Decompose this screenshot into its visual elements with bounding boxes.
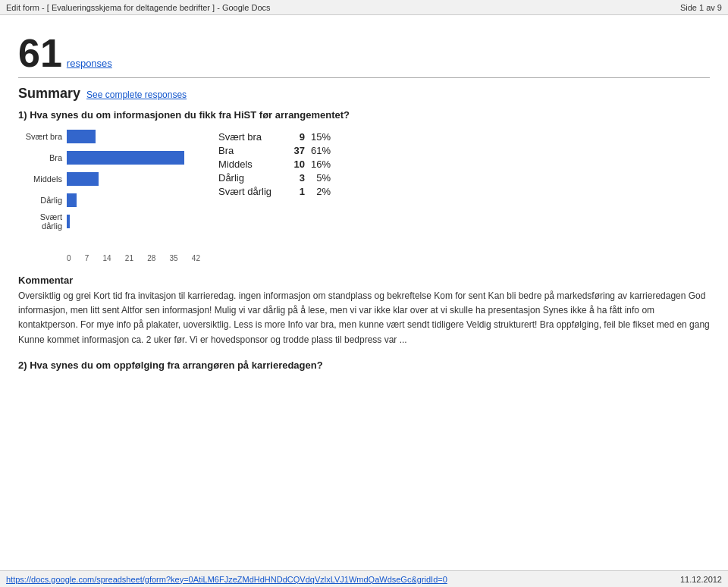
stat-count: 3 [282,172,305,184]
x-tick: 42 [192,254,200,262]
bar-fill [67,151,184,165]
bar-track [67,130,200,143]
summary-title: Summary [18,86,80,102]
kommentar-title: Kommentar [18,275,710,286]
divider [18,77,710,78]
stat-pct: 2% [308,186,331,197]
responses-section: 61responses [18,33,710,73]
stats-row: Middels1016% [218,159,710,170]
bar-track [67,172,200,186]
x-tick: 28 [147,254,155,262]
footer-date: 11.12.2012 [680,575,722,584]
x-tick: 7 [85,254,89,262]
stat-label: Bra [218,145,279,156]
question-1-title: 1) Hva synes du om informasjonen du fikk… [18,109,710,121]
stat-pct: 15% [308,131,331,143]
stats-row: Bra3761% [218,145,710,156]
bar-label: Bra [18,153,67,162]
x-tick: 21 [125,254,133,262]
stat-pct: 61% [308,145,331,156]
x-tick: 0 [67,254,71,262]
question-2-title: 2) Hva synes du om oppfølging fra arrang… [18,359,710,371]
stat-label: Svært bra [218,131,279,143]
page-number: Side 1 av 9 [680,3,722,12]
stats-row: Svært bra915% [218,131,710,143]
bar-chart-container: Svært braBraMiddelsDårligSvært dårlig 07… [18,128,200,262]
page-content: 61responses Summary See complete respons… [0,15,728,389]
bar-track [67,193,200,207]
bar-label: Dårlig [18,196,67,205]
stat-pct: 16% [308,159,331,170]
bar-fill [67,193,77,207]
stat-pct: 5% [308,172,331,184]
chart-section: Svært braBraMiddelsDårligSvært dårlig 07… [18,128,710,262]
stat-count: 9 [282,131,305,143]
stat-label: Svært dårlig [218,186,279,197]
kommentar-section: Kommentar Oversiktlig og grei Kort tid f… [18,275,710,347]
bar-label: Svært bra [18,132,67,141]
bar-row: Dårlig [18,192,200,209]
responses-link[interactable]: responses [67,58,112,69]
x-tick: 14 [103,254,111,262]
see-complete-responses-link[interactable]: See complete responses [86,89,187,100]
response-count: 61 [18,33,62,73]
stats-row: Dårlig35% [218,172,710,184]
page-title: Edit form - [ Evalueringsskjema for delt… [6,3,271,12]
stat-label: Middels [218,159,279,170]
stat-count: 37 [282,145,305,156]
stats-table: Svært bra915%Bra3761%Middels1016%Dårlig3… [218,131,710,199]
bar-track [67,215,200,228]
bar-row: Middels [18,171,200,187]
stat-label: Dårlig [218,172,279,184]
bar-fill [67,172,99,186]
bar-label: Middels [18,174,67,184]
bar-row: Svært dårlig [18,213,200,230]
stat-count: 1 [282,186,305,197]
bar-fill [67,130,96,143]
kommentar-text: Oversiktlig og grei Kort tid fra invitas… [18,289,710,347]
bar-chart: Svært braBraMiddelsDårligSvært dårlig [18,128,200,253]
bar-row: Bra [18,149,200,166]
x-tick: 35 [170,254,178,262]
bar-label: Svært dårlig [18,212,67,231]
bar-fill [67,215,70,228]
browser-title-bar: Edit form - [ Evalueringsskjema for delt… [0,0,728,15]
footer-url[interactable]: https://docs.google.com/spreadsheet/gfor… [6,575,447,584]
bar-row: Svært bra [18,128,200,145]
summary-header: Summary See complete responses [18,86,710,102]
stats-row: Svært dårlig12% [218,186,710,197]
x-axis: 071421283542 [18,254,200,262]
bar-track [67,151,200,165]
stat-count: 10 [282,159,305,170]
page-footer: https://docs.google.com/spreadsheet/gfor… [0,570,728,587]
